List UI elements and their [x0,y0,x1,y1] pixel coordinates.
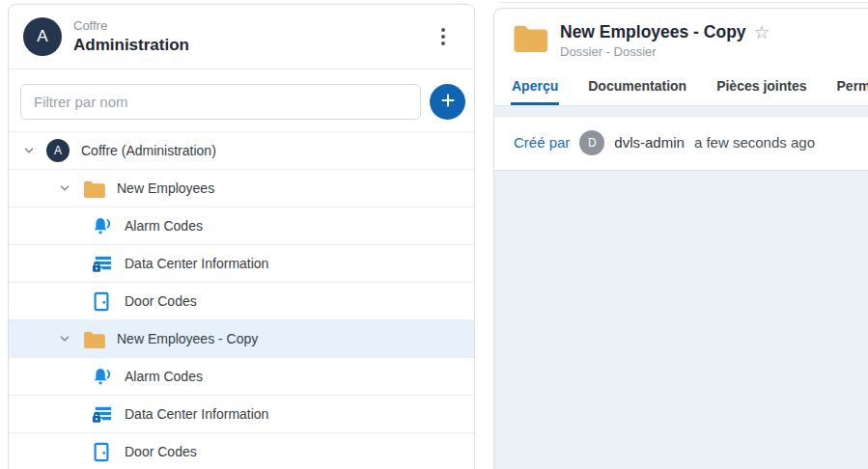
folder-icon [82,178,105,199]
created-by-row: Créé par D dvls-admin a few seconds ago [494,117,868,171]
detail-body [494,171,868,469]
chevron-down-icon[interactable] [57,180,72,196]
tab-permissions[interactable]: Permissions [836,74,868,105]
alarm-bell-icon [90,366,113,387]
add-entry-button[interactable] [430,84,465,120]
folder-icon [82,328,105,349]
tree-item-data-center-information-copy[interactable]: Data Center Information [9,396,474,433]
content-top-border [499,2,868,3]
tree-item-door-codes-copy[interactable]: Door Codes [9,433,474,469]
door-icon [90,290,113,312]
alarm-bell-icon [90,215,113,236]
entry-detail-panel: New Employees - Copy ☆ Dossier - Dossier… [493,8,868,469]
vault-avatar: A [23,17,62,56]
created-by-username: dvls-admin [614,134,685,151]
detail-titles: New Employees - Copy ☆ Dossier - Dossier [560,21,770,61]
filter-row [9,69,474,131]
chevron-down-icon[interactable] [21,143,37,158]
plus-icon [440,93,456,111]
tree-item-label: Alarm Codes [125,369,203,384]
vault-tree: A Coffre (Administration) New Employees … [9,131,474,469]
vault-menu-kebab-icon[interactable] [435,22,451,51]
detail-tabs: Aperçu Documentation Pièces jointes Perm… [494,74,868,105]
tree-item-label: New Employees [117,180,214,196]
tab-pieces-jointes[interactable]: Pièces jointes [715,74,807,105]
star-outline-icon[interactable]: ☆ [754,23,770,41]
tree-item-data-center-information[interactable]: Data Center Information [9,245,474,283]
vault-titles: Coffre Administration [73,18,189,55]
vault-header: A Coffre Administration [9,5,474,69]
vault-type-label: Coffre [73,18,189,34]
tree-item-label: Data Center Information [125,256,268,271]
vault-node-avatar: A [46,139,70,162]
tree-item-alarm-codes[interactable]: Alarm Codes [9,207,474,245]
tree-item-label: Data Center Information [125,406,268,422]
tree-item-folder-new-employees-copy[interactable]: New Employees - Copy [9,320,474,358]
tree-item-vault-root[interactable]: A Coffre (Administration) [9,132,474,170]
vault-name: Administration [73,35,189,55]
tree-item-label: Door Codes [125,293,197,309]
entry-type-subtitle: Dossier - Dossier [560,44,770,61]
page-title: New Employees - Copy [560,21,746,43]
folder-icon [513,23,547,52]
tree-item-folder-new-employees[interactable]: New Employees [9,170,474,207]
tab-separator-strip [494,105,868,117]
filter-input[interactable] [20,84,421,120]
tree-item-door-codes[interactable]: Door Codes [9,283,474,320]
door-icon [90,441,113,462]
tree-item-label: Alarm Codes [125,218,203,234]
tab-documentation[interactable]: Documentation [587,74,687,105]
detail-header: New Employees - Copy ☆ Dossier - Dossier [494,9,868,61]
tree-item-label: New Employees - Copy [117,331,258,346]
user-avatar: D [579,130,604,155]
tree-item-label: Door Codes [125,444,197,459]
secure-information-icon [90,253,113,274]
tab-apercu[interactable]: Aperçu [511,74,559,105]
tree-item-alarm-codes-copy[interactable]: Alarm Codes [9,358,474,396]
tree-item-label: Coffre (Administration) [81,143,216,158]
created-time: a few seconds ago [694,134,815,151]
vault-sidebar: A Coffre Administration A Coffre (Admini… [8,4,475,469]
chevron-down-icon[interactable] [57,331,72,346]
secure-information-icon [90,403,113,425]
created-by-label: Créé par [514,134,570,151]
